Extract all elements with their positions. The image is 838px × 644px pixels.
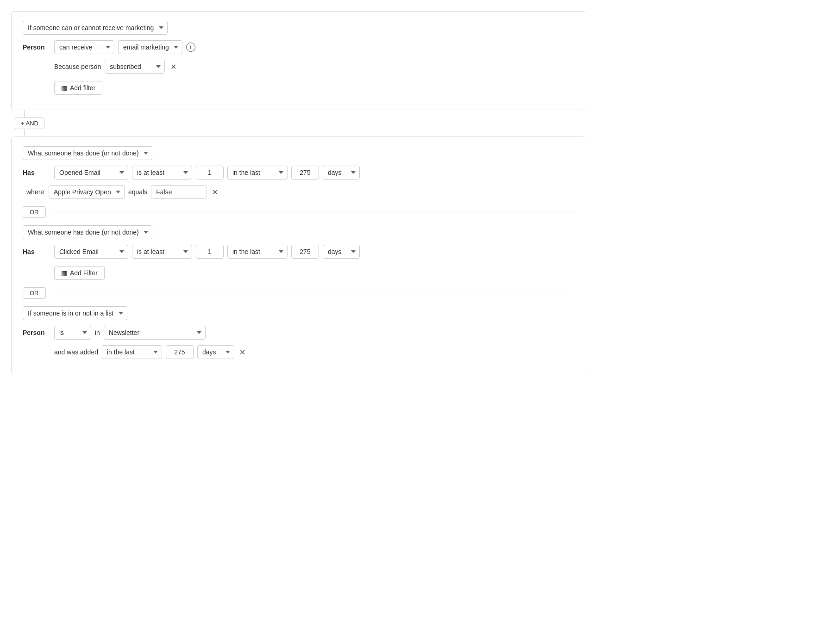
email-marketing-select[interactable]: email marketing [118,40,182,54]
or-button-2[interactable]: OR [23,287,46,299]
clicked-time-select[interactable]: in the last [227,245,288,259]
info-icon[interactable]: i [186,43,195,52]
clicked-count-input[interactable] [196,245,224,259]
close-where-button[interactable]: ✕ [210,187,219,197]
person-label: Person [23,43,50,51]
clicked-comparison-select[interactable]: is at least [132,245,192,259]
add-filter-button-1[interactable]: ▦ Add filter [54,81,102,95]
and-was-added-label: and was added [54,348,98,356]
and-button[interactable]: + AND [15,118,44,129]
opened-days-unit-select[interactable]: days [323,166,360,180]
opened-days-input[interactable] [291,166,319,180]
list-days-input[interactable] [166,345,194,359]
because-person-label: Because person [54,63,101,70]
add-filter-button-2[interactable]: ▦ Add Filter [54,266,105,280]
list-time-select[interactable]: in the last [102,345,162,359]
opened-condition-select[interactable]: What someone has done (or not done) [23,146,152,160]
add-filter-label-2: Add Filter [70,269,98,277]
has-label-2: Has [23,248,50,255]
clicked-days-unit-select[interactable]: days [323,245,360,259]
has-label-1: Has [23,169,50,176]
close-list-filter-button[interactable]: ✕ [238,347,247,357]
person-label-2: Person [23,329,50,336]
equals-label-1: equals [128,188,147,196]
filter-icon-2: ▦ [61,269,67,277]
or-divider-2: OR [23,287,574,299]
clicked-days-input[interactable] [291,245,319,259]
close-because-button[interactable]: ✕ [169,62,178,71]
is-select[interactable]: is [54,326,91,340]
or-line-1 [51,212,574,212]
or-button-1[interactable]: OR [23,206,46,218]
marketing-condition-block: If someone can or cannot receive marketi… [11,11,585,110]
clicked-condition-select[interactable]: What someone has done (or not done) [23,225,152,239]
filter-icon-1: ▦ [61,84,67,92]
opened-comparison-select[interactable]: is at least [132,166,192,180]
can-receive-select[interactable]: can receive [54,40,114,54]
add-filter-label-1: Add filter [70,84,95,92]
where-label: where [26,188,45,196]
or-line-2 [51,293,574,293]
opened-email-block: What someone has done (or not done) Has … [11,136,585,374]
list-days-unit-select[interactable]: days [197,345,234,359]
apple-privacy-select[interactable]: Apple Privacy Open [49,185,125,199]
list-condition-select[interactable]: If someone is in or not in a list [23,306,127,320]
equals-value-input[interactable] [151,185,206,199]
clicked-email-sub-block: What someone has done (or not done) Has … [23,225,574,280]
newsletter-select[interactable]: Newsletter [104,326,206,340]
or-divider-1: OR [23,206,574,218]
opened-count-input[interactable] [196,166,224,180]
opened-time-select[interactable]: in the last [227,166,288,180]
in-label: in [95,329,100,336]
clicked-email-select[interactable]: Clicked Email [54,245,128,259]
subscribed-select[interactable]: subscribed [105,60,165,74]
marketing-condition-select[interactable]: If someone can or cannot receive marketi… [23,21,168,35]
opened-email-select[interactable]: Opened Email [54,166,128,180]
list-condition-sub-block: If someone is in or not in a list Person… [23,306,574,359]
